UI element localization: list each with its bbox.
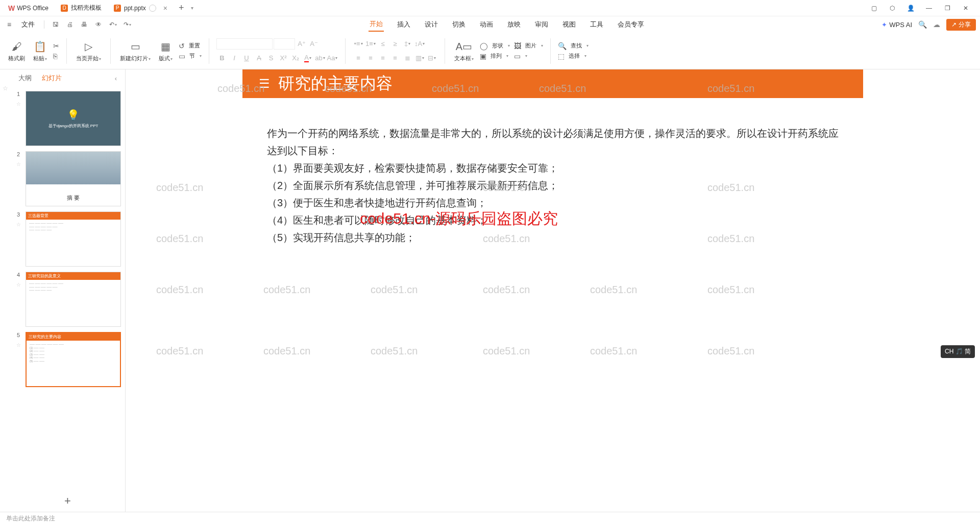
slide-thumbnails: 1☆ 💡 基于django的开药系统 PPT 2☆ 摘 要 3☆ 三选题背景 —… xyxy=(10,87,125,490)
add-slide-button[interactable]: + xyxy=(10,490,125,512)
ai-icon: ✦ xyxy=(881,21,887,29)
text-direction-icon[interactable]: ↕A▾ xyxy=(414,38,425,50)
new-tab-button[interactable]: + xyxy=(174,3,189,13)
star-icon: ☆ xyxy=(16,161,21,167)
search-icon[interactable]: 🔍 xyxy=(918,20,927,29)
section-button[interactable]: ▭节▾ xyxy=(179,52,202,60)
new-slide-button[interactable]: ▭ 新建幻灯片▾ xyxy=(118,38,153,63)
menu-member[interactable]: 会员专享 xyxy=(617,18,645,31)
ime-badge: CH 🎵 简 xyxy=(941,345,975,358)
menu-review[interactable]: 审阅 xyxy=(534,18,549,31)
section-icon: ▭ xyxy=(179,52,185,60)
superscript-icon[interactable]: X² xyxy=(278,53,289,64)
align-justify-icon[interactable]: ≡ xyxy=(389,53,401,64)
close-window-icon[interactable]: ✕ xyxy=(958,1,974,15)
select-icon: ⬚ xyxy=(558,52,565,60)
bold-icon[interactable]: B xyxy=(216,53,228,64)
font-shrink-icon[interactable]: A⁻ xyxy=(308,38,320,50)
align-left-icon[interactable]: ≡ xyxy=(353,53,364,64)
tab-slides[interactable]: 幻灯片 xyxy=(42,74,62,83)
thumbnail-3[interactable]: 3☆ 三选题背景 —— —— —— —— —— ———— —— —— —— ——… xyxy=(14,211,121,267)
thumbnail-5[interactable]: 5☆ 三研究的主要内容 —— —— —— —— —— ——(1) —— ——(2… xyxy=(14,332,121,387)
undo-icon[interactable]: ↶▾ xyxy=(108,19,118,30)
window-embed-icon[interactable]: ▢ xyxy=(866,1,882,15)
menu-start[interactable]: 开始 xyxy=(369,17,384,32)
tab-ppt[interactable]: P ppt.pptx × xyxy=(108,1,174,15)
print-preview-icon[interactable]: 👁 xyxy=(93,19,104,30)
minimize-icon[interactable]: — xyxy=(921,1,937,15)
format-painter-button[interactable]: 🖌 格式刷 xyxy=(6,38,27,63)
menu-slideshow[interactable]: 放映 xyxy=(506,18,522,31)
cut-icon[interactable]: ✂ xyxy=(53,42,59,50)
thumbnail-1[interactable]: 1☆ 💡 基于django的开药系统 PPT xyxy=(14,91,121,146)
shape-button[interactable]: ◯形状▾ xyxy=(480,42,510,50)
font-family-select[interactable] xyxy=(216,38,273,50)
from-current-button[interactable]: ▷ 当页开始▾ xyxy=(74,38,103,63)
slide-5[interactable]: ☰ 研究的主要内容 作为一个开药的网络系统，数据流量是非常大的，所以系统的设计必… xyxy=(242,69,863,419)
paste-button[interactable]: 📋 粘贴▾ xyxy=(31,38,49,63)
strike-icon[interactable]: A̶ xyxy=(253,53,264,64)
cloud-icon[interactable]: ☁ xyxy=(933,20,940,29)
align-right-icon[interactable]: ≡ xyxy=(377,53,388,64)
menu-design[interactable]: 设计 xyxy=(424,18,439,31)
highlight-icon[interactable]: ab▾ xyxy=(314,53,326,64)
new-slide-icon: ▭ xyxy=(131,39,140,54)
maximize-icon[interactable]: ❐ xyxy=(939,1,955,15)
menu-insert[interactable]: 插入 xyxy=(396,18,411,31)
number-list-icon[interactable]: 1≡▾ xyxy=(365,38,376,50)
subscript-icon[interactable]: X₂ xyxy=(290,53,301,64)
hamburger-icon[interactable]: ≡ xyxy=(4,20,14,29)
distribute-icon[interactable]: ≣ xyxy=(402,53,413,64)
font-color-icon[interactable]: A▾ xyxy=(302,53,313,64)
align-vert-icon[interactable]: ⊟▾ xyxy=(426,53,437,64)
picture-button[interactable]: 🖼图片▾ xyxy=(514,42,543,50)
slide-item-3: （3）便于医生和患者快捷地进行开药信息查询； xyxy=(267,194,839,211)
font-size-select[interactable] xyxy=(274,38,295,50)
line-spacing-icon[interactable]: ‡▾ xyxy=(402,38,413,50)
notes-bar[interactable]: 单击此处添加备注 xyxy=(0,512,980,524)
menu-view[interactable]: 视图 xyxy=(561,18,577,31)
thumbnail-2[interactable]: 2☆ 摘 要 xyxy=(14,151,121,206)
save-icon[interactable]: 🖫 xyxy=(51,19,61,30)
copy-icon[interactable]: ⎘ xyxy=(53,52,59,60)
file-menu[interactable]: 文件 xyxy=(18,20,38,29)
align-center-icon[interactable]: ≡ xyxy=(365,53,376,64)
font-grow-icon[interactable]: A⁺ xyxy=(296,38,307,50)
indent-increase-icon[interactable]: ≥ xyxy=(389,38,401,50)
layout-button[interactable]: ▦ 版式▾ xyxy=(157,38,175,63)
cube-icon[interactable]: ⬡ xyxy=(884,1,900,15)
menu-animation[interactable]: 动画 xyxy=(479,18,494,31)
select-button[interactable]: ⬚选择▾ xyxy=(558,52,589,60)
change-case-icon[interactable]: Aa▾ xyxy=(327,53,338,64)
wps-logo[interactable]: W WPS Office xyxy=(2,4,55,12)
style-button[interactable]: ▭▾ xyxy=(514,52,543,60)
print-icon[interactable]: 🖶 xyxy=(79,19,89,30)
avatar-icon[interactable]: 👤 xyxy=(902,1,919,15)
textbox-button[interactable]: A▭ 文本框▾ xyxy=(452,38,476,63)
wps-ai-button[interactable]: ✦ WPS AI xyxy=(881,21,912,29)
arrange-button[interactable]: ▣排列▾ xyxy=(480,52,510,60)
tab-templates[interactable]: D 找稻壳模板 xyxy=(55,1,108,15)
collapse-icon[interactable]: ‹ xyxy=(115,75,117,82)
canvas-area: ☰ 研究的主要内容 作为一个开药的网络系统，数据流量是非常大的，所以系统的设计必… xyxy=(126,69,980,512)
redo-icon[interactable]: ↷▾ xyxy=(122,19,132,30)
close-icon[interactable]: × xyxy=(163,4,167,12)
underline-icon[interactable]: U xyxy=(241,53,252,64)
star-icon[interactable]: ☆ xyxy=(3,85,8,92)
reset-button[interactable]: ↺重置 xyxy=(179,42,202,50)
tab-dropdown-icon[interactable]: ▾ xyxy=(191,5,193,11)
bullet-list-icon[interactable]: •≡▾ xyxy=(353,38,364,50)
find-button[interactable]: 🔍查找▾ xyxy=(558,42,589,50)
tab-outline[interactable]: 大纲 xyxy=(18,74,32,83)
shadow-icon[interactable]: S xyxy=(265,53,277,64)
columns-icon[interactable]: ▥▾ xyxy=(414,53,425,64)
italic-icon[interactable]: I xyxy=(229,53,240,64)
menu-tools[interactable]: 工具 xyxy=(589,18,604,31)
slide-item-1: （1）界面要美观友好，检索要快捷简易，数据存储要安全可靠； xyxy=(267,159,839,177)
export-icon[interactable]: 🖨 xyxy=(65,19,75,30)
menu-transition[interactable]: 切换 xyxy=(451,18,467,31)
share-button[interactable]: ↗ 分享 xyxy=(946,19,976,31)
style-icon: ▭ xyxy=(514,52,521,60)
indent-decrease-icon[interactable]: ≤ xyxy=(377,38,388,50)
thumbnail-4[interactable]: 4☆ 三研究目的及意义 —— —— —— —— —— ———— —— —— ——… xyxy=(14,272,121,327)
